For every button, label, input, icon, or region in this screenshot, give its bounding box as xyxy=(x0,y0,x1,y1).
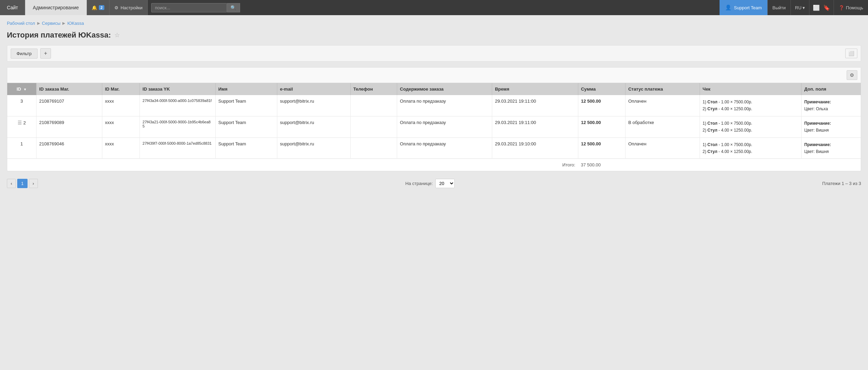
per-page-select[interactable]: 20 50 100 xyxy=(435,179,455,188)
col-phone: Телефон xyxy=(350,83,397,95)
col-time: Время xyxy=(492,83,578,95)
table-row: 3 2108769107 xxxx 27f43a34-000f-5000-a00… xyxy=(7,95,861,116)
cell-id: ☰2 xyxy=(7,116,36,137)
table-body: 3 2108769107 xxxx 27f43a34-000f-5000-a00… xyxy=(7,95,861,159)
page-title-row: История платежей ЮKassa: ☆ xyxy=(7,31,861,40)
cell-email: support@bitrix.ru xyxy=(277,95,350,116)
cell-order-content: Оплата по предзаказу xyxy=(397,137,492,159)
nav-admin-tab[interactable]: Администрирование xyxy=(25,0,87,15)
top-nav: Сайт Администрирование 🔔 2 ⚙ Настройки 🔍… xyxy=(0,0,868,15)
col-status: Статус платежа xyxy=(625,83,700,95)
next-page-button[interactable]: › xyxy=(29,179,38,188)
sort-arrow-icon: ▼ xyxy=(23,88,27,91)
cell-receipt: 1) Стол - 1.00 × 7500.00р.2) Стул - 4.00… xyxy=(700,116,801,137)
cell-email: support@bitrix.ru xyxy=(277,116,350,137)
page-title: История платежей ЮKassa: xyxy=(7,31,111,40)
cell-order-id-shop: 2108769089 xyxy=(36,116,102,137)
nav-extra-icons[interactable]: ⬜ 🔖 xyxy=(809,0,834,15)
help-label: Помощь xyxy=(846,5,863,10)
cell-receipt: 1) Стол - 1.00 × 7500.00р.2) Стул - 4.00… xyxy=(700,95,801,116)
cell-phone xyxy=(350,137,397,159)
search-input[interactable] xyxy=(151,3,227,12)
nav-lang[interactable]: RU ▾ xyxy=(790,0,809,15)
cell-amount: 12 500.00 xyxy=(578,116,625,137)
main-content: Рабочий стол ▶ Сервисы ▶ ЮКassa История … xyxy=(0,15,868,196)
user-icon: 👤 xyxy=(725,4,732,11)
nav-user[interactable]: 👤 Support Team xyxy=(720,0,767,15)
favorite-star-icon[interactable]: ☆ xyxy=(114,31,120,39)
cell-receipt: 1) Стол - 1.00 × 7500.00р.2) Стул - 4.00… xyxy=(700,137,801,159)
nav-site-tab[interactable]: Сайт xyxy=(0,0,25,15)
total-filler xyxy=(625,159,861,171)
cell-phone xyxy=(350,95,397,116)
user-label: Support Team xyxy=(734,5,762,10)
expand-button[interactable]: ⬜ xyxy=(845,49,857,58)
col-id-shop: ID Маг. xyxy=(102,83,140,95)
per-page-row: На странице: 20 50 100 xyxy=(405,179,455,188)
table-toolbar: ⚙ xyxy=(7,68,861,83)
cell-id-shop: xxxx xyxy=(102,95,140,116)
nav-settings[interactable]: ⚙ Настройки xyxy=(110,0,148,15)
screen-icon: ⬜ xyxy=(813,4,820,11)
bookmark-icon: 🔖 xyxy=(823,4,830,11)
prev-page-button[interactable]: ‹ xyxy=(7,179,16,188)
cell-id: 3 xyxy=(7,95,36,116)
nav-logout[interactable]: Выйти xyxy=(767,0,791,15)
total-label: Итого: xyxy=(7,159,578,171)
cell-order-id-yk: 27f439f7-000f-5000-8000-1a7ed85c8831 xyxy=(140,137,215,159)
pagination-bar: ‹ 1 › На странице: 20 50 100 Платежи 1 –… xyxy=(7,177,861,190)
breadcrumb-sep-2: ▶ xyxy=(62,21,65,25)
gear-icon: ⚙ xyxy=(114,5,118,10)
question-icon: ❓ xyxy=(839,5,844,10)
cell-order-content: Оплата по предзаказу xyxy=(397,95,492,116)
cell-extra: Примечание:Цвет: Ольха xyxy=(802,95,861,116)
cell-time: 29.03.2021 19:11:00 xyxy=(492,95,578,116)
col-extra: Доп. поля xyxy=(802,83,861,95)
row-menu-icon[interactable]: ☰ xyxy=(18,120,22,125)
col-name: Имя xyxy=(215,83,277,95)
cell-email: support@bitrix.ru xyxy=(277,137,350,159)
search-button[interactable]: 🔍 xyxy=(227,3,240,12)
cell-extra: Примечание:Цвет: Вишня xyxy=(802,116,861,137)
cell-status: Оплачен xyxy=(625,137,700,159)
col-amount: Сумма xyxy=(578,83,625,95)
cell-phone xyxy=(350,116,397,137)
bell-icon: 🔔 xyxy=(92,5,97,10)
breadcrumb: Рабочий стол ▶ Сервисы ▶ ЮКassa xyxy=(7,21,861,26)
breadcrumb-sep-1: ▶ xyxy=(37,21,40,25)
cell-id-shop: xxxx xyxy=(102,137,140,159)
notifications-badge: 2 xyxy=(99,5,104,10)
cell-amount: 12 500.00 xyxy=(578,95,625,116)
cell-status: В обработке xyxy=(625,116,700,137)
total-row: Итого: 37 500.00 xyxy=(7,159,861,171)
table-header-row: ID ▼ ID заказа Маг. ID Маг. ID заказа YK… xyxy=(7,83,861,95)
cell-id-shop: xxxx xyxy=(102,116,140,137)
cell-name: Support Team xyxy=(215,95,277,116)
nav-right: 👤 Support Team Выйти RU ▾ ⬜ 🔖 ❓ Помощь xyxy=(720,0,868,15)
filter-button[interactable]: Фильтр xyxy=(11,49,38,59)
cell-time: 29.03.2021 19:11:00 xyxy=(492,116,578,137)
nav-notifications[interactable]: 🔔 2 xyxy=(87,0,110,15)
pagination-summary: Платежи 1 – 3 из 3 xyxy=(822,181,861,186)
per-page-label: На странице: xyxy=(405,181,433,186)
table-row: 1 2108769046 xxxx 27f439f7-000f-5000-800… xyxy=(7,137,861,159)
cell-id: 1 xyxy=(7,137,36,159)
cell-amount: 12 500.00 xyxy=(578,137,625,159)
cell-order-content: Оплата по предзаказу xyxy=(397,116,492,137)
add-button[interactable]: + xyxy=(40,48,51,59)
cell-order-id-shop: 2108769107 xyxy=(36,95,102,116)
cell-order-id-yk: 27f43a34-000f-5000-a000-1c075839a81f xyxy=(140,95,215,116)
col-id[interactable]: ID ▼ xyxy=(7,83,36,95)
page-1-button[interactable]: 1 xyxy=(17,179,27,188)
nav-help[interactable]: ❓ Помощь xyxy=(834,0,868,15)
breadcrumb-yukassa[interactable]: ЮКassa xyxy=(67,21,84,26)
breadcrumb-desktop[interactable]: Рабочий стол xyxy=(7,21,35,26)
cell-status: Оплачен xyxy=(625,95,700,116)
table-settings-button[interactable]: ⚙ xyxy=(847,70,857,80)
table-container: ⚙ ID ▼ ID заказа Маг. ID Маг. ID заказа … xyxy=(7,67,861,171)
col-order-id-yk: ID заказа YK xyxy=(140,83,215,95)
cell-extra: Примечание:Цвет: Вишня xyxy=(802,137,861,159)
breadcrumb-services[interactable]: Сервисы xyxy=(42,21,61,26)
pagination-left: ‹ 1 › xyxy=(7,179,38,188)
payments-table: ID ▼ ID заказа Маг. ID Маг. ID заказа YK… xyxy=(7,83,861,171)
